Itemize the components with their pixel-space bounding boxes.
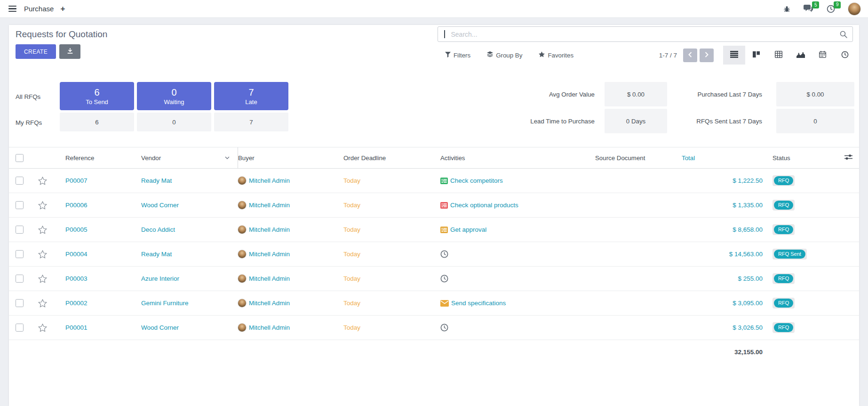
buyer-link[interactable]: Mitchell Admin	[249, 251, 290, 258]
favorite-star-icon[interactable]	[31, 250, 55, 259]
vendor-link[interactable]: Azure Interior	[141, 275, 179, 282]
activity-icon[interactable]	[440, 324, 448, 332]
column-header-buyer[interactable]: Buyer	[238, 147, 343, 168]
app-menu-title[interactable]: Purchase	[24, 5, 54, 13]
reference-link[interactable]: P00006	[65, 202, 88, 209]
vendor-link[interactable]: Ready Mat	[141, 251, 172, 258]
table-row[interactable]: P00007 Ready Mat Mitchell Admin Today Ch…	[9, 169, 859, 193]
reference-link[interactable]: P00003	[65, 275, 88, 282]
row-checkbox[interactable]	[16, 201, 24, 209]
late-button[interactable]: 7 Late	[214, 82, 288, 110]
column-header-vendor[interactable]: Vendor	[141, 147, 238, 168]
favorites-button[interactable]: Favorites	[539, 51, 573, 59]
my-to-send-cell[interactable]: 6	[60, 113, 134, 131]
activity-icon[interactable]	[440, 202, 448, 209]
graph-view-button[interactable]	[789, 46, 812, 65]
search-input[interactable]	[445, 31, 840, 38]
buyer-link[interactable]: Mitchell Admin	[249, 226, 290, 233]
messages-icon[interactable]: 5	[804, 5, 813, 13]
table-row[interactable]: P00001 Wood Corner Mitchell Admin Today …	[9, 316, 859, 340]
purchased-last-7-days-box[interactable]: $ 0.00	[776, 82, 854, 106]
activity-label[interactable]: Send specifications	[451, 300, 506, 307]
total-amount: $ 1,335.00	[682, 202, 766, 209]
waiting-button[interactable]: 0 Waiting	[137, 82, 211, 110]
new-tab-icon[interactable]: +	[60, 5, 65, 13]
vendor-link[interactable]: Gemini Furniture	[141, 300, 189, 307]
favorite-star-icon[interactable]	[31, 275, 55, 283]
reference-link[interactable]: P00001	[65, 324, 88, 331]
pager-counter: 1-7 / 7	[659, 52, 677, 59]
activity-icon[interactable]	[440, 300, 449, 307]
favorite-star-icon[interactable]	[31, 226, 55, 234]
column-header-source-document[interactable]: Source Document	[595, 147, 682, 168]
kanban-view-button[interactable]	[745, 46, 767, 65]
buyer-link[interactable]: Mitchell Admin	[249, 300, 290, 307]
reference-link[interactable]: P00005	[65, 226, 88, 233]
optional-columns-icon[interactable]	[844, 154, 852, 162]
vendor-link[interactable]: Ready Mat	[141, 177, 172, 184]
activity-view-button[interactable]	[834, 46, 856, 65]
activity-icon[interactable]	[440, 275, 448, 283]
table-row[interactable]: P00006 Wood Corner Mitchell Admin Today …	[9, 193, 859, 218]
rfqs-sent-last-7-days-box[interactable]: 0	[776, 109, 854, 133]
row-checkbox[interactable]	[16, 299, 24, 307]
group-by-button[interactable]: Group By	[487, 51, 522, 59]
table-row[interactable]: P00003 Azure Interior Mitchell Admin Tod…	[9, 267, 859, 291]
activity-icon[interactable]	[440, 226, 448, 234]
activities-clock-icon[interactable]: 9	[827, 5, 835, 13]
vendor-link[interactable]: Wood Corner	[141, 324, 179, 331]
export-button[interactable]	[59, 44, 80, 59]
row-checkbox[interactable]	[16, 324, 24, 332]
my-waiting-cell[interactable]: 0	[137, 113, 211, 131]
activity-label[interactable]: Check competitors	[450, 177, 503, 184]
purchased-last-7-days-label: Purchased Last 7 Days	[621, 91, 762, 98]
column-header-reference[interactable]: Reference	[55, 147, 141, 168]
row-checkbox[interactable]	[16, 275, 24, 283]
column-header-total[interactable]: Total	[682, 147, 766, 168]
status-badge: RFQ	[774, 201, 793, 210]
buyer-link[interactable]: Mitchell Admin	[249, 177, 290, 184]
filters-button[interactable]: Filters	[445, 51, 470, 59]
favorite-star-icon[interactable]	[31, 201, 55, 210]
list-view-button[interactable]	[723, 46, 745, 65]
column-header-activities[interactable]: Activities	[440, 147, 595, 168]
pager-next-button[interactable]	[700, 49, 714, 62]
activity-icon[interactable]	[440, 177, 448, 185]
activity-label[interactable]: Check optional products	[450, 202, 518, 209]
reference-link[interactable]: P00004	[65, 251, 88, 258]
buyer-link[interactable]: Mitchell Admin	[249, 275, 290, 282]
pivot-view-icon	[775, 51, 782, 59]
favorite-star-icon[interactable]	[31, 299, 55, 308]
table-row[interactable]: P00004 Ready Mat Mitchell Admin Today $ …	[9, 242, 859, 267]
pivot-view-button[interactable]	[767, 46, 789, 65]
reference-link[interactable]: P00002	[65, 300, 88, 307]
create-button[interactable]: CREATE	[16, 44, 56, 59]
apps-menu-icon[interactable]	[8, 5, 17, 13]
debug-bug-icon[interactable]	[783, 5, 790, 13]
user-avatar[interactable]	[848, 3, 860, 15]
pager-previous-button[interactable]	[683, 49, 697, 62]
activity-label[interactable]: Get approval	[450, 226, 486, 233]
activity-icon[interactable]	[440, 250, 448, 258]
favorite-star-icon[interactable]	[31, 177, 55, 185]
row-checkbox[interactable]	[16, 177, 24, 185]
row-checkbox[interactable]	[16, 250, 24, 258]
my-late-cell[interactable]: 7	[214, 113, 288, 131]
vendor-link[interactable]: Deco Addict	[141, 226, 175, 233]
column-header-status[interactable]: Status	[766, 147, 838, 168]
select-all-checkbox[interactable]	[16, 154, 24, 162]
status-badge: RFQ	[774, 274, 793, 283]
table-row[interactable]: P00005 Deco Addict Mitchell Admin Today …	[9, 218, 859, 242]
favorite-star-icon[interactable]	[31, 324, 55, 332]
vendor-link[interactable]: Wood Corner	[141, 202, 179, 209]
calendar-view-button[interactable]	[812, 46, 834, 65]
kanban-view-icon	[753, 51, 760, 59]
table-row[interactable]: P00002 Gemini Furniture Mitchell Admin T…	[9, 291, 859, 316]
column-header-order-deadline[interactable]: Order Deadline	[343, 147, 440, 168]
reference-link[interactable]: P00007	[65, 177, 88, 184]
to-send-button[interactable]: 6 To Send	[60, 82, 134, 110]
row-checkbox[interactable]	[16, 226, 24, 234]
search-icon[interactable]	[840, 31, 847, 38]
buyer-link[interactable]: Mitchell Admin	[249, 202, 290, 209]
buyer-link[interactable]: Mitchell Admin	[249, 324, 290, 331]
